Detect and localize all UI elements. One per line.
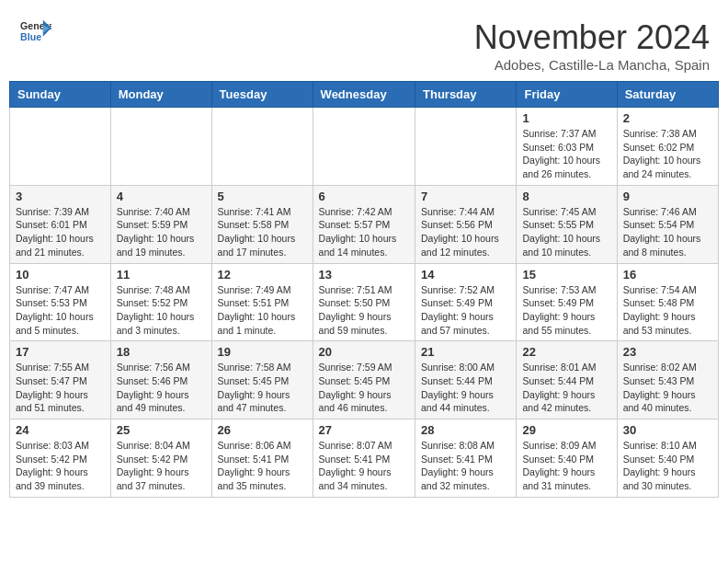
calendar-cell	[415, 108, 517, 186]
day-number: 1	[522, 111, 610, 125]
day-info: Sunrise: 7:56 AM Sunset: 5:46 PM Dayligh…	[117, 361, 206, 415]
day-info: Sunrise: 7:52 AM Sunset: 5:49 PM Dayligh…	[421, 283, 510, 338]
calendar-cell: 17Sunrise: 7:55 AM Sunset: 5:47 PM Dayli…	[10, 341, 111, 419]
day-info: Sunrise: 7:46 AM Sunset: 5:54 PM Dayligh…	[623, 205, 712, 259]
day-info: Sunrise: 7:44 AM Sunset: 5:56 PM Dayligh…	[421, 205, 510, 259]
logo-icon: General Blue	[18, 18, 51, 46]
day-info: Sunrise: 7:54 AM Sunset: 5:48 PM Dayligh…	[623, 283, 712, 338]
day-number: 11	[117, 268, 206, 282]
day-number: 26	[218, 423, 307, 437]
calendar-cell: 3Sunrise: 7:39 AM Sunset: 6:01 PM Daylig…	[10, 185, 111, 263]
day-info: Sunrise: 7:37 AM Sunset: 6:03 PM Dayligh…	[522, 127, 610, 181]
calendar-cell: 18Sunrise: 7:56 AM Sunset: 5:46 PM Dayli…	[110, 341, 211, 419]
weekday-header-saturday: Saturday	[617, 82, 718, 108]
calendar-week-5: 24Sunrise: 8:03 AM Sunset: 5:42 PM Dayli…	[10, 419, 719, 498]
day-number: 5	[218, 190, 307, 203]
calendar-cell: 8Sunrise: 7:45 AM Sunset: 5:55 PM Daylig…	[517, 185, 617, 263]
day-info: Sunrise: 8:04 AM Sunset: 5:42 PM Dayligh…	[117, 439, 206, 493]
day-info: Sunrise: 7:42 AM Sunset: 5:57 PM Dayligh…	[319, 205, 409, 259]
calendar-cell: 10Sunrise: 7:47 AM Sunset: 5:53 PM Dayli…	[10, 263, 111, 341]
day-number: 25	[117, 423, 206, 437]
day-number: 9	[623, 190, 712, 203]
day-info: Sunrise: 8:06 AM Sunset: 5:41 PM Dayligh…	[218, 439, 307, 493]
day-info: Sunrise: 7:48 AM Sunset: 5:52 PM Dayligh…	[117, 283, 206, 338]
day-info: Sunrise: 7:58 AM Sunset: 5:45 PM Dayligh…	[218, 361, 307, 415]
day-info: Sunrise: 7:38 AM Sunset: 6:02 PM Dayligh…	[623, 127, 712, 181]
calendar-cell: 4Sunrise: 7:40 AM Sunset: 5:59 PM Daylig…	[110, 185, 211, 263]
page-header: General Blue November 2024 Adobes, Casti…	[9, 9, 719, 77]
calendar-cell	[211, 108, 313, 186]
calendar-cell: 7Sunrise: 7:44 AM Sunset: 5:56 PM Daylig…	[415, 185, 517, 263]
day-number: 13	[319, 268, 409, 282]
day-number: 30	[623, 423, 712, 437]
day-info: Sunrise: 8:01 AM Sunset: 5:44 PM Dayligh…	[522, 361, 610, 415]
day-info: Sunrise: 8:03 AM Sunset: 5:42 PM Dayligh…	[16, 439, 105, 493]
day-number: 19	[218, 345, 307, 359]
day-number: 24	[16, 423, 105, 437]
day-info: Sunrise: 8:07 AM Sunset: 5:41 PM Dayligh…	[319, 439, 409, 493]
day-info: Sunrise: 7:39 AM Sunset: 6:01 PM Dayligh…	[16, 205, 105, 259]
weekday-header-tuesday: Tuesday	[211, 82, 313, 108]
location: Adobes, Castille-La Mancha, Spain	[474, 57, 710, 73]
calendar-cell: 29Sunrise: 8:09 AM Sunset: 5:40 PM Dayli…	[517, 419, 617, 498]
day-info: Sunrise: 7:40 AM Sunset: 5:59 PM Dayligh…	[117, 205, 206, 259]
weekday-header-thursday: Thursday	[415, 82, 517, 108]
calendar-cell: 14Sunrise: 7:52 AM Sunset: 5:49 PM Dayli…	[415, 263, 517, 341]
day-number: 7	[421, 190, 510, 203]
logo: General Blue	[18, 18, 51, 46]
calendar-cell: 12Sunrise: 7:49 AM Sunset: 5:51 PM Dayli…	[211, 263, 313, 341]
month-title: November 2024	[474, 18, 710, 57]
day-number: 16	[623, 268, 712, 282]
day-info: Sunrise: 8:00 AM Sunset: 5:44 PM Dayligh…	[421, 361, 510, 415]
svg-text:Blue: Blue	[20, 31, 41, 42]
calendar-cell: 5Sunrise: 7:41 AM Sunset: 5:58 PM Daylig…	[211, 185, 313, 263]
day-info: Sunrise: 7:55 AM Sunset: 5:47 PM Dayligh…	[16, 361, 105, 415]
weekday-header-wednesday: Wednesday	[313, 82, 415, 108]
day-number: 2	[623, 111, 712, 125]
day-info: Sunrise: 8:09 AM Sunset: 5:40 PM Dayligh…	[522, 439, 610, 493]
title-block: November 2024 Adobes, Castille-La Mancha…	[474, 18, 710, 73]
day-info: Sunrise: 7:41 AM Sunset: 5:58 PM Dayligh…	[218, 205, 307, 259]
calendar-cell: 22Sunrise: 8:01 AM Sunset: 5:44 PM Dayli…	[517, 341, 617, 419]
calendar-cell: 13Sunrise: 7:51 AM Sunset: 5:50 PM Dayli…	[313, 263, 415, 341]
calendar-cell: 19Sunrise: 7:58 AM Sunset: 5:45 PM Dayli…	[211, 341, 313, 419]
day-number: 20	[319, 345, 409, 359]
weekday-header-friday: Friday	[517, 82, 617, 108]
calendar-cell: 27Sunrise: 8:07 AM Sunset: 5:41 PM Dayli…	[313, 419, 415, 498]
day-number: 12	[218, 268, 307, 282]
day-number: 23	[623, 345, 712, 359]
day-number: 17	[16, 345, 105, 359]
calendar-cell: 9Sunrise: 7:46 AM Sunset: 5:54 PM Daylig…	[617, 185, 718, 263]
day-number: 21	[421, 345, 510, 359]
day-number: 4	[117, 190, 206, 203]
day-number: 3	[16, 190, 105, 203]
calendar-week-4: 17Sunrise: 7:55 AM Sunset: 5:47 PM Dayli…	[10, 341, 719, 419]
day-info: Sunrise: 7:53 AM Sunset: 5:49 PM Dayligh…	[522, 283, 610, 338]
calendar-cell: 21Sunrise: 8:00 AM Sunset: 5:44 PM Dayli…	[415, 341, 517, 419]
day-number: 18	[117, 345, 206, 359]
calendar-table: SundayMondayTuesdayWednesdayThursdayFrid…	[9, 81, 719, 498]
calendar-cell: 11Sunrise: 7:48 AM Sunset: 5:52 PM Dayli…	[110, 263, 211, 341]
day-number: 10	[16, 268, 105, 282]
calendar-cell: 25Sunrise: 8:04 AM Sunset: 5:42 PM Dayli…	[110, 419, 211, 498]
calendar-week-1: 1Sunrise: 7:37 AM Sunset: 6:03 PM Daylig…	[10, 108, 719, 186]
day-number: 28	[421, 423, 510, 437]
calendar-cell: 1Sunrise: 7:37 AM Sunset: 6:03 PM Daylig…	[517, 108, 617, 186]
calendar-cell: 28Sunrise: 8:08 AM Sunset: 5:41 PM Dayli…	[415, 419, 517, 498]
day-number: 27	[319, 423, 409, 437]
calendar-cell: 15Sunrise: 7:53 AM Sunset: 5:49 PM Dayli…	[517, 263, 617, 341]
calendar-week-2: 3Sunrise: 7:39 AM Sunset: 6:01 PM Daylig…	[10, 185, 719, 263]
day-info: Sunrise: 7:51 AM Sunset: 5:50 PM Dayligh…	[319, 283, 409, 338]
weekday-header-sunday: Sunday	[10, 82, 111, 108]
calendar-cell	[10, 108, 111, 186]
day-info: Sunrise: 8:02 AM Sunset: 5:43 PM Dayligh…	[623, 361, 712, 415]
calendar-cell	[110, 108, 211, 186]
calendar-cell: 23Sunrise: 8:02 AM Sunset: 5:43 PM Dayli…	[617, 341, 718, 419]
calendar-cell	[313, 108, 415, 186]
calendar-cell: 30Sunrise: 8:10 AM Sunset: 5:40 PM Dayli…	[617, 419, 718, 498]
day-number: 6	[319, 190, 409, 203]
day-info: Sunrise: 8:10 AM Sunset: 5:40 PM Dayligh…	[623, 439, 712, 493]
calendar-cell: 16Sunrise: 7:54 AM Sunset: 5:48 PM Dayli…	[617, 263, 718, 341]
weekday-header-monday: Monday	[110, 82, 211, 108]
day-number: 15	[522, 268, 610, 282]
